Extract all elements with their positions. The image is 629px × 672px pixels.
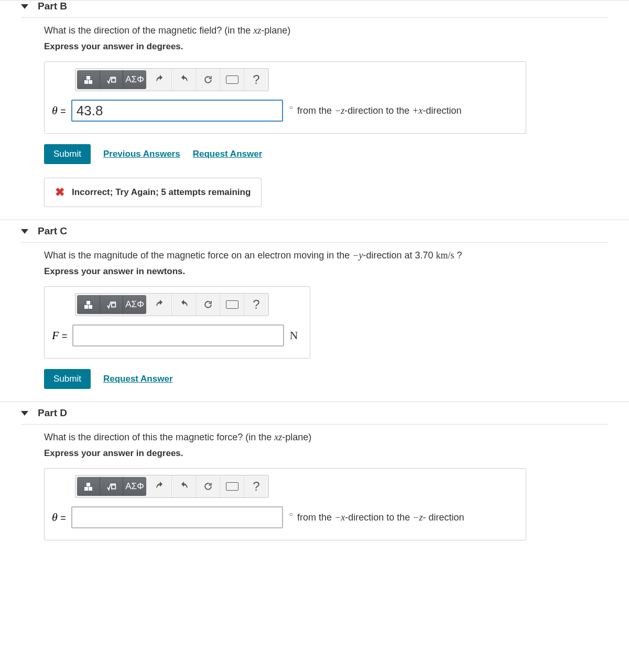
help-button[interactable]: ?	[244, 475, 268, 497]
svg-rect-1	[112, 303, 115, 307]
request-answer-link[interactable]: Request Answer	[103, 374, 173, 384]
instruction-text: Express your answer in degrees.	[44, 41, 608, 52]
collapse-caret-icon[interactable]	[21, 229, 28, 234]
answer-area: ΑΣΦ ? θ = ○ from the −x-d	[44, 468, 526, 540]
undo-button[interactable]	[148, 475, 172, 497]
feedback-box: ✖ Incorrect; Try Again; 5 attempts remai…	[44, 178, 262, 207]
variable-label: F =	[52, 329, 67, 342]
unit-suffix: ○ from the −z-direction to the +x-direct…	[288, 105, 462, 116]
equation-toolbar: ΑΣΦ ?	[75, 293, 269, 316]
redo-button[interactable]	[172, 69, 196, 91]
question-text: What is the magnitude of the magnetic fo…	[44, 250, 608, 261]
keyboard-button[interactable]	[220, 475, 244, 497]
previous-answers-link[interactable]: Previous Answers	[103, 149, 180, 159]
question-text: What is the direction of the magnetic fi…	[44, 25, 608, 36]
templates-button[interactable]	[77, 295, 100, 314]
equation-toolbar: ΑΣΦ ?	[75, 68, 269, 91]
reset-button[interactable]	[196, 294, 220, 316]
request-answer-link[interactable]: Request Answer	[193, 149, 263, 159]
answer-input[interactable]	[71, 100, 283, 122]
redo-button[interactable]	[172, 294, 196, 316]
svg-rect-0	[112, 78, 115, 82]
instruction-text: Express your answer in newtons.	[44, 266, 608, 277]
reset-button[interactable]	[196, 475, 220, 497]
answer-area: ΑΣΦ ? F = N	[44, 286, 310, 359]
redo-button[interactable]	[172, 475, 196, 497]
svg-rect-2	[112, 485, 115, 489]
sqrt-button[interactable]	[100, 295, 123, 314]
keyboard-button[interactable]	[220, 69, 244, 91]
part-title: Part B	[38, 1, 67, 12]
templates-button[interactable]	[77, 477, 100, 496]
part-title: Part C	[38, 225, 67, 237]
help-button[interactable]: ?	[244, 294, 268, 316]
instruction-text: Express your answer in degrees.	[44, 448, 608, 459]
sqrt-button[interactable]	[100, 477, 123, 496]
submit-button[interactable]: Submit	[44, 144, 91, 164]
answer-input[interactable]	[72, 324, 284, 346]
collapse-caret-icon[interactable]	[21, 4, 28, 9]
keyboard-button[interactable]	[220, 294, 244, 316]
help-button[interactable]: ?	[244, 69, 268, 91]
unit-suffix: ○ from the −x-direction to the −z- direc…	[288, 512, 464, 523]
incorrect-icon: ✖	[55, 186, 64, 199]
feedback-text: Incorrect; Try Again; 5 attempts remaini…	[72, 187, 251, 198]
collapse-caret-icon[interactable]	[21, 411, 28, 416]
submit-button[interactable]: Submit	[44, 369, 91, 389]
answer-input[interactable]	[71, 506, 283, 528]
sqrt-button[interactable]	[100, 70, 123, 89]
equation-toolbar: ΑΣΦ ?	[75, 475, 269, 498]
part-title: Part D	[38, 407, 67, 419]
greek-button[interactable]: ΑΣΦ	[123, 295, 146, 314]
unit-suffix: N	[289, 329, 298, 342]
greek-button[interactable]: ΑΣΦ	[123, 70, 146, 89]
undo-button[interactable]	[148, 69, 172, 91]
greek-button[interactable]: ΑΣΦ	[123, 477, 146, 496]
variable-label: θ =	[52, 511, 66, 524]
answer-area: ΑΣΦ ? θ = ○ from the −z-d	[44, 61, 526, 134]
reset-button[interactable]	[196, 69, 220, 91]
question-text: What is the direction of this the magnet…	[44, 432, 608, 443]
templates-button[interactable]	[77, 70, 100, 89]
variable-label: θ =	[52, 104, 66, 117]
undo-button[interactable]	[148, 294, 172, 316]
